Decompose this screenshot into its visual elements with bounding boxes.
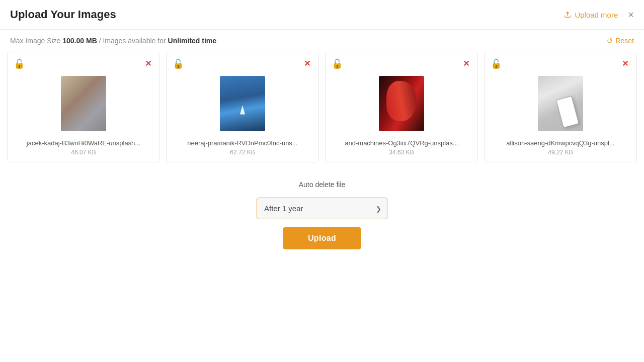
card-filename: neeraj-pramanik-RVDnPmc0Inc-uns... bbox=[173, 139, 312, 147]
image-preview bbox=[61, 76, 106, 131]
info-prefix: Max Image Size bbox=[10, 37, 60, 45]
card-image-container bbox=[332, 74, 471, 132]
card-filename: and-machines-Og3iix7QVRg-unsplas... bbox=[332, 139, 471, 147]
auto-delete-label: Auto delete file bbox=[299, 180, 346, 189]
auto-delete-wrapper: After 1 yearAfter 6 monthsAfter 3 months… bbox=[257, 198, 387, 219]
image-card: 🔓 ✕ allison-saeng-dKmwpcvqQ3g-unspl... 4… bbox=[484, 52, 637, 162]
card-image-container bbox=[14, 74, 153, 132]
upload-icon bbox=[564, 11, 572, 19]
card-filename: jacek-kadaj-B3wnHi0WaRE-unsplash... bbox=[14, 139, 153, 147]
lock-open-icon: 🔓 bbox=[491, 58, 502, 69]
info-text: Max Image Size 100.00 MB / Images availa… bbox=[10, 37, 216, 45]
reset-icon: ↺ bbox=[607, 37, 613, 45]
header-actions: Upload more × bbox=[564, 10, 634, 20]
page-title: Upload Your Images bbox=[10, 8, 116, 21]
image-preview bbox=[220, 76, 265, 131]
remove-button[interactable]: ✕ bbox=[461, 59, 471, 69]
card-filename: allison-saeng-dKmwpcvqQ3g-unspl... bbox=[491, 139, 630, 147]
card-filesize: 49.22 KB bbox=[491, 149, 630, 156]
remove-button[interactable]: ✕ bbox=[143, 59, 153, 69]
card-filesize: 34.63 KB bbox=[332, 149, 471, 156]
close-button[interactable]: × bbox=[628, 10, 634, 20]
image-card: 🔓 ✕ neeraj-pramanik-RVDnPmc0Inc-uns... 6… bbox=[166, 52, 319, 162]
remove-button[interactable]: ✕ bbox=[620, 59, 630, 69]
reset-label: Reset bbox=[615, 37, 634, 45]
card-top-bar: 🔓 ✕ bbox=[491, 58, 630, 69]
card-top-bar: 🔓 ✕ bbox=[14, 58, 153, 69]
card-filesize: 46.07 KB bbox=[14, 149, 153, 156]
card-filesize: 62.72 KB bbox=[173, 149, 312, 156]
auto-delete-select[interactable]: After 1 yearAfter 6 monthsAfter 3 months… bbox=[257, 198, 387, 219]
bottom-section: Auto delete file After 1 yearAfter 6 mon… bbox=[0, 170, 644, 264]
info-separator: / Images available for bbox=[99, 37, 166, 45]
reset-button[interactable]: ↺ Reset bbox=[607, 37, 634, 45]
card-image-container bbox=[173, 74, 312, 132]
lock-open-icon: 🔓 bbox=[14, 58, 25, 69]
image-card: 🔓 ✕ and-machines-Og3iix7QVRg-unsplas... … bbox=[325, 52, 478, 162]
max-size: 100.00 MB bbox=[62, 37, 97, 45]
header: Upload Your Images Upload more × bbox=[0, 0, 644, 30]
card-top-bar: 🔓 ✕ bbox=[173, 58, 312, 69]
image-card: 🔓 ✕ jacek-kadaj-B3wnHi0WaRE-unsplash... … bbox=[7, 52, 160, 162]
image-preview bbox=[538, 76, 583, 131]
lock-open-icon: 🔓 bbox=[173, 58, 184, 69]
lock-open-icon: 🔓 bbox=[332, 58, 343, 69]
image-preview bbox=[379, 76, 424, 131]
card-top-bar: 🔓 ✕ bbox=[332, 58, 471, 69]
upload-more-button[interactable]: Upload more bbox=[564, 11, 618, 19]
card-image-container bbox=[491, 74, 630, 132]
upload-button[interactable]: Upload bbox=[283, 227, 361, 249]
image-grid: 🔓 ✕ jacek-kadaj-B3wnHi0WaRE-unsplash... … bbox=[0, 52, 644, 170]
info-bar: Max Image Size 100.00 MB / Images availa… bbox=[0, 30, 644, 52]
duration: Unlimited time bbox=[168, 37, 216, 45]
remove-button[interactable]: ✕ bbox=[302, 59, 312, 69]
